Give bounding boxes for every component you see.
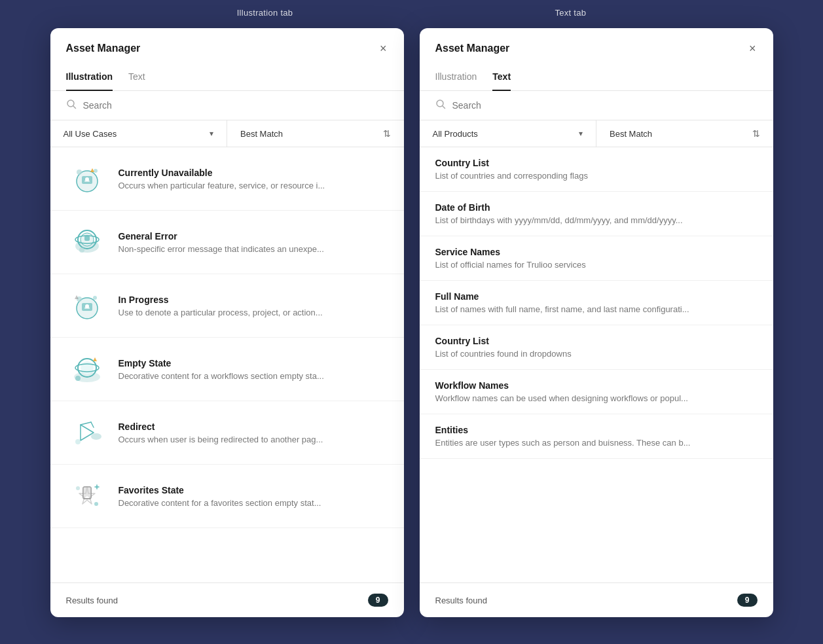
favorites-state-content: Favorites State Decorative content for a… [119, 485, 388, 508]
illustration-items-list: Currently Unavailable Occurs when partic… [50, 147, 404, 582]
svg-point-31 [91, 433, 101, 440]
list-item[interactable]: Favorites State Decorative content for a… [50, 465, 404, 528]
svg-point-20 [93, 296, 97, 300]
sort-icon: ⇅ [383, 128, 391, 139]
text-results-count: 9 [737, 594, 758, 607]
illustration-filter-bar: All Use Cases ▾ Best Match ⇅ [50, 120, 404, 147]
full-name-desc: List of names with full name, first name… [435, 304, 758, 314]
text-panel-footer: Results found 9 [420, 582, 773, 617]
illustration-results-count: 9 [368, 594, 388, 607]
svg-marker-27 [93, 357, 97, 361]
list-item[interactable]: In Progress Use to denote a particular p… [50, 274, 404, 338]
general-error-content: General Error Non-specific error message… [119, 231, 388, 254]
text-close-button[interactable]: × [748, 41, 758, 56]
in-progress-icon [66, 285, 108, 327]
in-progress-content: In Progress Use to denote a particular p… [119, 295, 388, 317]
illustration-panel-title: Asset Manager [66, 43, 141, 54]
svg-line-30 [91, 422, 94, 427]
text-all-products-dropdown[interactable]: All Products ▾ [420, 120, 597, 147]
text-tab-label[interactable]: Text tab [555, 8, 586, 18]
illustration-tab-bar: Illustration Text [50, 66, 404, 91]
text-panel-header: Asset Manager × [420, 28, 773, 66]
sort-icon: ⇅ [752, 128, 760, 139]
entities-desc: Entities are user types such as person a… [435, 438, 758, 448]
svg-line-41 [443, 106, 445, 109]
text-panel: Asset Manager × Illustration Text All Pr… [420, 28, 773, 617]
redirect-content: Redirect Occurs when user is being redir… [119, 421, 388, 444]
svg-marker-35 [83, 487, 91, 499]
illustration-use-cases-dropdown[interactable]: All Use Cases ▾ [50, 120, 228, 147]
text-products-label: All Products [433, 129, 478, 139]
list-item[interactable]: Country List List of countries found in … [420, 325, 773, 370]
empty-state-icon [66, 348, 108, 390]
text-sort-label: Best Match [610, 129, 652, 139]
list-item[interactable]: General Error Non-specific error message… [50, 211, 404, 274]
svg-point-6 [77, 170, 82, 175]
service-names-title: Service Names [435, 247, 758, 257]
country-list-2-desc: List of countries found in dropdowns [435, 349, 758, 359]
entities-title: Entities [435, 425, 758, 435]
svg-rect-5 [84, 181, 90, 182]
illustration-close-button[interactable]: × [378, 41, 388, 56]
svg-point-37 [94, 502, 98, 506]
illustration-use-cases-label: All Use Cases [64, 129, 117, 139]
illustration-panel-footer: Results found 9 [50, 582, 404, 617]
text-panel-title: Asset Manager [435, 43, 510, 54]
text-tab-text[interactable]: Text [492, 66, 511, 91]
text-search-input[interactable] [452, 100, 758, 111]
list-item[interactable]: Country List List of countries and corre… [420, 147, 773, 192]
svg-line-29 [81, 422, 91, 425]
text-results-label: Results found [435, 596, 488, 605]
country-list-1-desc: List of countries and corresponding flag… [435, 171, 758, 181]
text-items-list: Country List List of countries and corre… [420, 147, 773, 582]
search-icon [66, 99, 77, 112]
svg-line-1 [73, 106, 76, 109]
illustration-sort-label: Best Match [240, 129, 283, 139]
list-item[interactable]: Date of Birth List of birthdays with yyy… [420, 192, 773, 236]
svg-rect-13 [84, 236, 90, 241]
illustration-search-input[interactable] [83, 100, 388, 111]
svg-point-26 [75, 376, 81, 381]
service-names-desc: List of official names for Trulioo servi… [435, 260, 758, 270]
general-error-title: General Error [119, 231, 388, 241]
list-item[interactable]: Empty State Decorative content for a wor… [50, 338, 404, 401]
svg-point-7 [94, 169, 98, 173]
text-filter-bar: All Products ▾ Best Match ⇅ [420, 120, 773, 147]
currently-unavailable-icon [66, 158, 108, 200]
country-list-1-title: Country List [435, 158, 758, 168]
illustration-tab-text[interactable]: Text [128, 66, 145, 91]
list-item[interactable]: Full Name List of names with full name, … [420, 281, 773, 325]
text-search-bar [420, 91, 773, 120]
illustration-panel-header: Asset Manager × [50, 28, 404, 66]
redirect-title: Redirect [119, 421, 388, 432]
text-tab-illustration[interactable]: Illustration [435, 66, 477, 91]
workflow-names-desc: Workflow names can be used when designin… [435, 393, 758, 403]
illustration-results-label: Results found [66, 596, 119, 605]
illustration-sort-dropdown[interactable]: Best Match ⇅ [227, 120, 404, 147]
date-of-birth-desc: List of birthdays with yyyy/mm/dd, dd/mm… [435, 215, 758, 225]
svg-point-36 [76, 486, 80, 490]
list-item[interactable]: Redirect Occurs when user is being redir… [50, 401, 404, 465]
svg-point-24 [81, 361, 94, 374]
favorites-state-icon [66, 475, 108, 517]
list-item[interactable]: Workflow Names Workflow names can be use… [420, 370, 773, 414]
illustration-tab-label[interactable]: Illustration tab [237, 8, 293, 18]
illustration-tab-illustration[interactable]: Illustration [66, 66, 113, 91]
country-list-2-title: Country List [435, 336, 758, 346]
redirect-desc: Occurs when user is being redirected to … [119, 435, 388, 444]
svg-rect-18 [84, 308, 90, 309]
illustration-panel: Asset Manager × Illustration Text All Us… [50, 28, 404, 617]
text-tab-bar: Illustration Text [420, 66, 773, 91]
list-item[interactable]: Service Names List of official names for… [420, 236, 773, 281]
svg-point-32 [75, 439, 81, 444]
list-item[interactable]: Currently Unavailable Occurs when partic… [50, 147, 404, 211]
redirect-icon [66, 412, 108, 454]
date-of-birth-title: Date of Birth [435, 202, 758, 213]
list-item[interactable]: Entities Entities are user types such as… [420, 414, 773, 459]
chevron-down-icon: ▾ [210, 129, 213, 138]
in-progress-title: In Progress [119, 295, 388, 305]
text-sort-dropdown[interactable]: Best Match ⇅ [596, 120, 773, 147]
illustration-search-bar [50, 91, 404, 120]
general-error-icon [66, 221, 108, 263]
full-name-title: Full Name [435, 291, 758, 302]
